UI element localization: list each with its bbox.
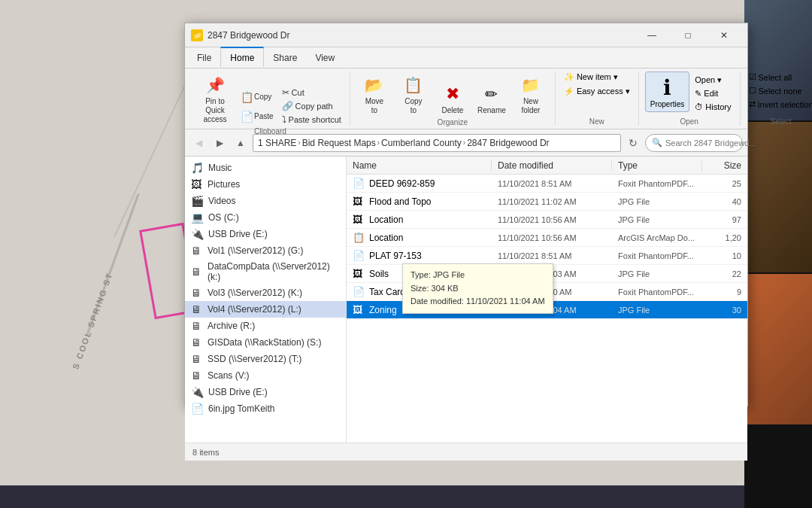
col-header-size[interactable]: Size bbox=[702, 160, 747, 171]
pin-to-quick-button[interactable]: 📌 Pin to Quickaccess bbox=[197, 71, 233, 126]
sidebar-item-datacomp-label: DataCompData (\\Server2012) (k:) bbox=[208, 261, 340, 282]
file-name: Flood and Topo bbox=[369, 196, 432, 207]
select-all-label: Select all bbox=[759, 73, 792, 82]
file-list-header: Name Date modified Type Size bbox=[347, 157, 747, 175]
history-button[interactable]: ⏱ History bbox=[692, 102, 733, 112]
sidebar-item-archive[interactable]: 🖥 Archive (R:) bbox=[185, 318, 346, 334]
file-type: JPG File bbox=[612, 215, 702, 224]
new-folder-button[interactable]: 📁 Newfolder bbox=[513, 71, 549, 117]
ssd-icon: 🖥 bbox=[191, 353, 203, 365]
file-type: Foxit PhantomPDF... bbox=[612, 251, 702, 260]
copy-button[interactable]: 📋 Copy bbox=[236, 88, 277, 106]
sidebar-item-usb[interactable]: 🔌 USB Drive (E:) bbox=[185, 226, 346, 242]
window-icon: 📁 bbox=[191, 29, 203, 41]
sidebar-item-tomkeith[interactable]: 📄 6in.jpg TomKeith bbox=[185, 400, 346, 417]
sidebar-item-archive-label: Archive (R:) bbox=[208, 321, 255, 331]
cut-button[interactable]: ✂ Cut bbox=[280, 87, 344, 99]
search-input[interactable] bbox=[665, 138, 769, 148]
sidebar-item-os[interactable]: 💻 OS (C:) bbox=[185, 209, 346, 226]
paste-shortcut-button[interactable]: ⤵ Paste shortcut bbox=[280, 114, 344, 126]
file-date: 11/10/2021 8:51 AM bbox=[492, 251, 612, 260]
sidebar-item-vol4[interactable]: 🖥 Vol4 (\\Server2012) (L:) bbox=[185, 301, 346, 318]
usb2-icon: 🔌 bbox=[191, 386, 204, 398]
tab-home[interactable]: Home bbox=[220, 47, 264, 67]
open-label: Open ▾ bbox=[695, 75, 722, 85]
file-type: ArcGIS ArcMap Do... bbox=[612, 233, 702, 242]
select-label: Select bbox=[771, 117, 792, 126]
maximize-button[interactable]: □ bbox=[671, 23, 705, 47]
status-bar: 8 items bbox=[185, 443, 747, 461]
up-button[interactable]: ▲ bbox=[232, 134, 250, 152]
gisdata-icon: 🖥 bbox=[191, 336, 203, 348]
window-controls: — □ ✕ bbox=[635, 23, 741, 47]
col-header-date[interactable]: Date modified bbox=[492, 160, 612, 171]
select-none-icon: ☐ bbox=[749, 86, 756, 96]
file-name: Location bbox=[369, 233, 403, 243]
address-path[interactable]: 1 SHARE › Bid Request Maps › Cumberland … bbox=[253, 134, 621, 152]
invert-label: Invert selection bbox=[758, 100, 812, 109]
new-group: ✨ New item ▾ ⚡ Easy access ▾ New bbox=[556, 71, 639, 126]
sidebar-item-gisdata[interactable]: 🖥 GISData (\\RackStation) (S:) bbox=[185, 334, 346, 351]
organize-group: 📂 Moveto 📋 Copyto ✖ Delete ✏ Rename bbox=[350, 71, 556, 126]
sidebar-item-usb2[interactable]: 🔌 USB Drive (E:) bbox=[185, 384, 346, 400]
sidebar-item-ssd[interactable]: 🖥 SSD (\\Server2012) (T:) bbox=[185, 351, 346, 367]
file-name-cell: 📋 Location bbox=[347, 232, 492, 243]
minimize-button[interactable]: — bbox=[635, 23, 669, 47]
properties-label: Properties bbox=[650, 100, 685, 108]
select-all-button[interactable]: ☑ Select all bbox=[747, 71, 795, 83]
copy-path-button[interactable]: 🔗 Copy path bbox=[280, 100, 344, 112]
file-name: DEED 9692-859 bbox=[369, 178, 435, 189]
refresh-button[interactable]: ↻ bbox=[624, 134, 642, 152]
invert-selection-button[interactable]: ⇄ Invert selection bbox=[747, 99, 812, 110]
path-folder[interactable]: 2847 Bridgewood Dr bbox=[467, 138, 549, 148]
file-date: 11/10/2021 10:56 AM bbox=[492, 233, 612, 242]
select-none-button[interactable]: ☐ Select none bbox=[747, 85, 804, 96]
properties-button[interactable]: ℹ Properties bbox=[645, 71, 690, 112]
rename-icon: ✏ bbox=[480, 82, 504, 106]
col-header-name[interactable]: Name bbox=[347, 160, 492, 171]
tab-share[interactable]: Share bbox=[264, 47, 306, 68]
file-name-cell: 🖼 Flood and Topo bbox=[347, 196, 492, 207]
col-header-type[interactable]: Type bbox=[612, 160, 702, 171]
pictures-icon: 🖼 bbox=[191, 178, 203, 190]
sidebar-item-datacomp[interactable]: 🖥 DataCompData (\\Server2012) (k:) bbox=[185, 259, 346, 284]
address-bar: ◀ ▶ ▲ 1 SHARE › Bid Request Maps › Cumbe… bbox=[185, 129, 747, 157]
table-row[interactable]: 📄 PLAT 97-153 11/10/2021 8:51 AM Foxit P… bbox=[347, 247, 747, 265]
sidebar-item-vol3[interactable]: 🖥 Vol3 (\\Server2012) (K:) bbox=[185, 284, 346, 301]
open-button[interactable]: Open ▾ bbox=[692, 75, 733, 86]
item-count: 8 items bbox=[192, 448, 219, 457]
move-to-button[interactable]: 📂 Moveto bbox=[356, 71, 392, 117]
tab-view[interactable]: View bbox=[306, 47, 344, 68]
sidebar-item-videos[interactable]: 🎬 Videos bbox=[185, 193, 346, 209]
file-name: Zoning bbox=[369, 305, 397, 315]
copy-to-button[interactable]: 📋 Copyto bbox=[395, 71, 432, 117]
file-date: 11/10/2021 11:02 AM bbox=[492, 197, 612, 206]
sidebar-item-vol1[interactable]: 🖥 Vol1 (\\Server2012) (G:) bbox=[185, 242, 346, 259]
rename-button[interactable]: ✏ Rename bbox=[474, 81, 510, 117]
organize-buttons: 📂 Moveto 📋 Copyto ✖ Delete ✏ Rename bbox=[356, 71, 549, 117]
delete-button[interactable]: ✖ Delete bbox=[435, 81, 471, 117]
sidebar-item-scans[interactable]: 🖥 Scans (V:) bbox=[185, 367, 346, 384]
table-row[interactable]: 📄 DEED 9692-859 11/10/2021 8:51 AM Foxit… bbox=[347, 175, 747, 193]
forward-button[interactable]: ▶ bbox=[211, 134, 229, 152]
table-row[interactable]: 🖼 Flood and Topo 11/10/2021 11:02 AM JPG… bbox=[347, 193, 747, 211]
open-label: Open bbox=[680, 117, 698, 126]
sidebar-item-pictures[interactable]: 🖼 Pictures bbox=[185, 176, 346, 193]
easy-access-button[interactable]: ⚡ Easy access ▾ bbox=[562, 86, 632, 97]
edit-button[interactable]: ✎ Edit bbox=[692, 88, 733, 99]
sidebar-item-music[interactable]: 🎵 Music bbox=[185, 160, 346, 176]
file-type-icon: 🖼 bbox=[353, 304, 365, 315]
tooltip-date-label: Date modified: bbox=[411, 297, 464, 306]
table-row[interactable]: 📋 Location 11/10/2021 10:56 AM ArcGIS Ar… bbox=[347, 229, 747, 247]
ribbon-content: 📌 Pin to Quickaccess 📋 Copy 📄 Paste bbox=[185, 68, 747, 129]
table-row[interactable]: 🖼 Location 11/10/2021 10:56 AM JPG File … bbox=[347, 211, 747, 229]
back-button[interactable]: ◀ bbox=[189, 134, 208, 152]
paste-button[interactable]: 📄 Paste bbox=[236, 108, 277, 126]
close-button[interactable]: ✕ bbox=[707, 23, 741, 47]
new-item-button[interactable]: ✨ New item ▾ bbox=[562, 71, 620, 83]
tab-file[interactable]: File bbox=[188, 47, 220, 68]
search-icon: 🔍 bbox=[652, 138, 662, 148]
path-bid-request[interactable]: Bid Request Maps bbox=[302, 138, 376, 148]
path-share[interactable]: 1 SHARE bbox=[258, 138, 296, 148]
path-county[interactable]: Cumberland County bbox=[381, 138, 462, 148]
